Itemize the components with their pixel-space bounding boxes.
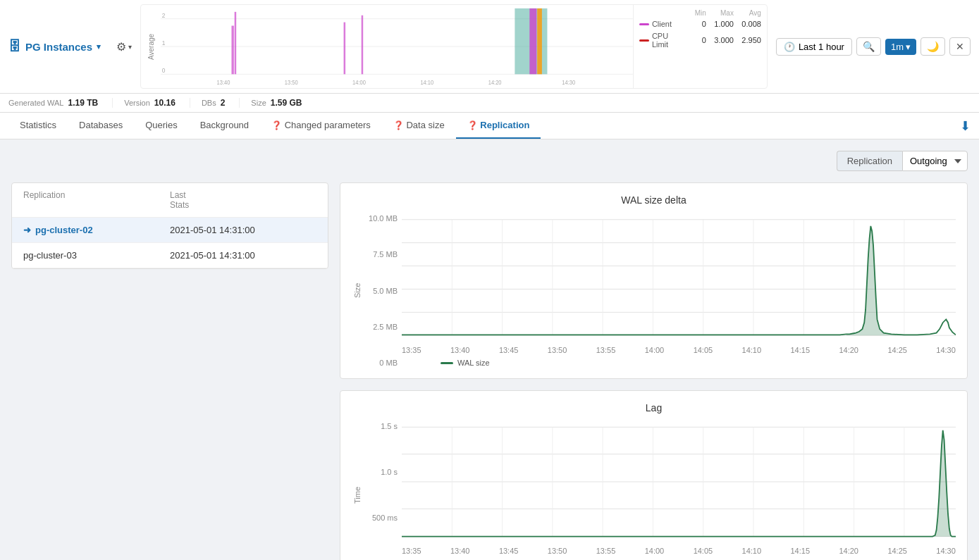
content-columns: Replication Last Stats ➜ pg-cluster-02 2… (11, 182, 968, 560)
replication-filter-label: Replication (837, 151, 902, 171)
svg-text:1: 1 (162, 39, 166, 46)
data-size-help-icon: ❓ (393, 120, 404, 130)
col-stats-header: Last Stats (170, 190, 316, 210)
list-item[interactable]: pg-cluster-03 2021-05-01 14:31:00 (12, 243, 328, 268)
wal-chart-svg (402, 214, 956, 341)
wal-x-axis: 13:35 13:40 13:45 13:50 13:55 14:00 14:0… (402, 343, 956, 354)
zoom-button[interactable]: 🔍 (856, 37, 881, 56)
legend-cpu-val3: 2.950 (737, 36, 761, 44)
download-button[interactable]: ⬇ (960, 118, 971, 134)
pg-instances-button[interactable]: 🗄 PG Instances ▾ (8, 39, 101, 54)
dbs-item: DBs 2 (190, 98, 225, 108)
top-chart-legend: Min Max Avg Client 0 1.000 0.008 CPU Lim… (633, 5, 767, 88)
svg-text:13:40: 13:40 (217, 80, 230, 87)
svg-rect-8 (344, 23, 346, 75)
legend-client-label: Client (652, 20, 682, 28)
time-interval-button[interactable]: 1m ▾ (885, 39, 916, 55)
size-label: Size (251, 99, 266, 107)
lag-chart-title: Lag (352, 402, 956, 413)
svg-rect-7 (235, 12, 237, 75)
tabs-bar: Statistics Databases Queries Background … (0, 113, 979, 139)
arrow-right-icon: ➜ (23, 225, 31, 235)
wal-chart-inner: Size 10.0 MB 7.5 MB 5.0 MB 2.5 MB 0 MB (352, 214, 956, 367)
lag-x-axis: 13:35 13:40 13:45 13:50 13:55 14:00 14:0… (402, 544, 956, 555)
cluster-03-date: 2021-05-01 14:31:00 (170, 250, 316, 261)
top-chart-area: 2 1 0 13:40 13:50 14:00 14:10 14:20 14:3… (161, 5, 633, 88)
generated-wal-value: 1.19 TB (68, 98, 98, 108)
lag-chart-inner: Time 1.5 s 1.0 s 500 ms 0 ns (352, 422, 956, 560)
legend-cpu-limit-label: CPU Limit (652, 32, 682, 49)
legend-cpu-limit-dot (639, 39, 649, 42)
last-hour-button[interactable]: 🕐 Last 1 hour (776, 38, 852, 56)
legend-client-val3: 0.008 (737, 20, 761, 28)
top-bar: 🗄 PG Instances ▾ ⚙ ▾ Average 2 1 0 (0, 0, 979, 94)
tab-replication[interactable]: ❓ Replication (456, 113, 541, 139)
version-label: Version (124, 99, 150, 107)
wal-legend-line (441, 362, 453, 364)
tab-statistics[interactable]: Statistics (8, 113, 68, 139)
changed-params-help-icon: ❓ (271, 120, 282, 130)
wal-size-chart-card: WAL size delta Size 10.0 MB 7.5 MB 5.0 M… (340, 182, 968, 379)
svg-rect-12 (537, 8, 542, 74)
legend-cpu-val1: 0 (685, 36, 706, 44)
svg-rect-9 (362, 15, 364, 75)
close-button[interactable]: ✕ (949, 37, 971, 56)
tabs-right: ⬇ (960, 118, 971, 134)
clock-icon: 🕐 (784, 42, 795, 52)
legend-client-val2: 1.000 (709, 20, 734, 28)
tab-databases[interactable]: Databases (68, 113, 134, 139)
svg-rect-6 (232, 26, 234, 75)
replication-help-icon: ❓ (467, 120, 478, 130)
size-item: Size 1.59 GB (239, 98, 302, 108)
lag-y-axis: 1.5 s 1.0 s 500 ms 0 ns (363, 422, 402, 560)
cluster-02-name: ➜ pg-cluster-02 (23, 225, 170, 235)
svg-text:14:00: 14:00 (352, 80, 366, 87)
legend-client: Client 0 1.000 0.008 (639, 20, 761, 28)
svg-marker-51 (930, 430, 956, 537)
cluster-02-date: 2021-05-01 14:31:00 (170, 225, 316, 235)
dbs-value: 2 (221, 98, 226, 108)
tab-changed-parameters[interactable]: ❓ Changed parameters (260, 113, 382, 139)
gear-icon: ⚙ (116, 40, 126, 54)
tab-background[interactable]: Background (189, 113, 260, 139)
tab-queries[interactable]: Queries (134, 113, 189, 139)
time-interval-label: 1m (891, 42, 904, 52)
top-chart: Average 2 1 0 13 (140, 4, 768, 89)
version-item: Version 10.16 (112, 98, 176, 108)
charts-panel: WAL size delta Size 10.0 MB 7.5 MB 5.0 M… (340, 182, 968, 560)
svg-rect-11 (529, 8, 536, 74)
lag-chart-card: Lag Time 1.5 s 1.0 s 500 ms 0 ns (340, 390, 968, 560)
version-value: 10.16 (154, 98, 176, 108)
wal-chart-title: WAL size delta (352, 194, 956, 206)
last-hour-label: Last 1 hour (799, 42, 844, 52)
pg-instances-label: PG Instances (25, 41, 92, 53)
svg-text:14:20: 14:20 (488, 80, 502, 87)
generated-wal-item: Generated WAL 1.19 TB (8, 98, 98, 108)
wal-legend: WAL size (402, 359, 956, 367)
svg-text:0: 0 (162, 67, 166, 75)
settings-button[interactable]: ⚙ ▾ (116, 40, 132, 54)
legend-client-val1: 0 (685, 20, 706, 28)
generated-wal-label: Generated WAL (8, 99, 63, 107)
lag-chart-svg (402, 422, 956, 542)
dbs-label: DBs (202, 99, 216, 107)
time-interval-chevron: ▾ (906, 42, 911, 52)
tab-data-size[interactable]: ❓ Data size (382, 113, 456, 139)
lag-y-axis-label: Time (352, 422, 363, 560)
info-bar: Generated WAL 1.19 TB Version 10.16 DBs … (0, 94, 979, 113)
chevron-down-icon: ▾ (97, 42, 101, 51)
wal-y-axis-label: Size (352, 214, 363, 367)
svg-text:14:10: 14:10 (420, 80, 433, 87)
svg-text:13:50: 13:50 (285, 80, 298, 87)
wal-chart-body: 13:35 13:40 13:45 13:50 13:55 14:00 14:0… (402, 214, 956, 367)
legend-cpu-val2: 3.000 (709, 36, 734, 44)
replication-filter-row: Replication Outgoing Incoming (11, 151, 968, 171)
wal-y-axis: 10.0 MB 7.5 MB 5.0 MB 2.5 MB 0 MB (363, 214, 402, 367)
legend-client-dot (639, 23, 649, 25)
legend-cpu-limit: CPU Limit 0 3.000 2.950 (639, 32, 761, 49)
list-item[interactable]: ➜ pg-cluster-02 2021-05-01 14:31:00 (12, 218, 328, 243)
replication-type-select[interactable]: Outgoing Incoming (902, 151, 968, 171)
theme-button[interactable]: 🌙 (920, 37, 945, 56)
gear-chevron-icon: ▾ (128, 43, 132, 51)
svg-text:14:30: 14:30 (562, 80, 575, 87)
